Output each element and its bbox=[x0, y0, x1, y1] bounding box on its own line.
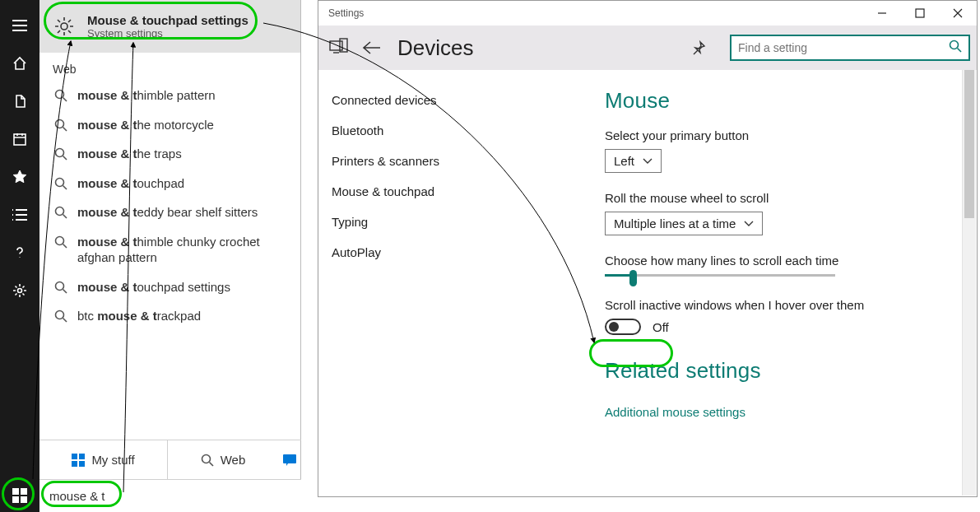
start-bottom-tabs: My stuff Web bbox=[39, 440, 301, 479]
svg-point-7 bbox=[56, 207, 64, 216]
search-icon bbox=[53, 175, 69, 190]
search-icon bbox=[949, 40, 962, 56]
web-suggestion[interactable]: mouse & the traps bbox=[39, 139, 300, 169]
window-titlebar: Settings bbox=[318, 1, 977, 26]
home-icon[interactable] bbox=[0, 44, 39, 82]
svg-rect-18 bbox=[21, 488, 27, 495]
calendar-icon[interactable] bbox=[0, 120, 39, 158]
documents-icon[interactable] bbox=[0, 82, 39, 120]
wheel-scroll-value: Multiple lines at a time bbox=[614, 216, 736, 230]
web-suggestion[interactable]: btc mouse & trackpad bbox=[39, 301, 300, 331]
star-icon[interactable] bbox=[0, 158, 39, 196]
taskbar-search-box[interactable] bbox=[39, 479, 301, 512]
web-suggestion-text: mouse & touchpad bbox=[77, 175, 184, 192]
tab-web[interactable]: Web bbox=[168, 440, 278, 479]
additional-mouse-settings-link[interactable]: Additional mouse settings bbox=[605, 405, 745, 419]
scrollbar[interactable] bbox=[962, 70, 976, 496]
settings-nav-item[interactable]: Printers & scanners bbox=[327, 146, 569, 176]
window-title: Settings bbox=[318, 7, 364, 19]
settings-nav-item[interactable]: Connected devices bbox=[327, 85, 569, 115]
svg-point-5 bbox=[56, 149, 64, 157]
start-search-panel: Mouse & touchpad settings System setting… bbox=[39, 0, 301, 479]
scrollbar-thumb[interactable] bbox=[964, 70, 974, 218]
maximize-button[interactable] bbox=[901, 1, 939, 26]
gear-icon bbox=[53, 15, 76, 38]
section-heading-related: Related settings bbox=[605, 358, 955, 384]
settings-search-box[interactable] bbox=[730, 35, 970, 61]
list-icon[interactable] bbox=[0, 196, 39, 234]
web-suggestion[interactable]: mouse & touchpad settings bbox=[39, 272, 300, 302]
pin-icon[interactable] bbox=[690, 40, 707, 56]
settings-toolbar: Devices bbox=[318, 26, 977, 70]
primary-button-value: Left bbox=[614, 154, 634, 168]
page-title: Devices bbox=[397, 35, 473, 61]
help-icon[interactable] bbox=[0, 234, 39, 272]
tab-my-stuff[interactable]: My stuff bbox=[39, 440, 168, 479]
best-match-texts: Mouse & touchpad settings System setting… bbox=[87, 13, 248, 40]
primary-button-dropdown[interactable]: Left bbox=[605, 149, 662, 173]
search-icon bbox=[53, 87, 69, 102]
wheel-scroll-dropdown[interactable]: Multiple lines at a time bbox=[605, 212, 763, 235]
svg-rect-19 bbox=[12, 496, 19, 503]
web-suggestion-text: mouse & touchpad settings bbox=[77, 279, 230, 296]
svg-rect-0 bbox=[14, 134, 26, 145]
start-button[interactable] bbox=[0, 479, 39, 512]
svg-rect-20 bbox=[21, 496, 27, 503]
settings-nav-item[interactable]: AutoPlay bbox=[327, 237, 569, 268]
web-suggestions-header: Web bbox=[39, 53, 300, 81]
settings-search-input[interactable] bbox=[738, 41, 949, 54]
svg-point-24 bbox=[950, 41, 959, 49]
lines-scroll-slider[interactable] bbox=[605, 274, 835, 277]
svg-point-6 bbox=[56, 178, 64, 186]
web-suggestion-text: btc mouse & trackpad bbox=[77, 308, 201, 324]
wheel-scroll-label: Roll the mouse wheel to scroll bbox=[605, 191, 955, 205]
web-suggestion[interactable]: mouse & thimble pattern bbox=[39, 81, 300, 110]
search-icon bbox=[53, 234, 69, 249]
close-button[interactable] bbox=[939, 1, 977, 26]
best-match-result[interactable]: Mouse & touchpad settings System setting… bbox=[39, 0, 300, 53]
web-suggestion[interactable]: mouse & teddy bear shelf sitters bbox=[39, 198, 300, 227]
settings-nav-item[interactable]: Mouse & touchpad bbox=[327, 176, 569, 207]
feedback-icon[interactable] bbox=[278, 440, 301, 479]
settings-nav: Connected devicesBluetoothPrinters & sca… bbox=[318, 70, 577, 496]
section-heading-mouse: Mouse bbox=[605, 88, 955, 114]
tab-web-label: Web bbox=[221, 453, 246, 467]
search-icon bbox=[53, 308, 69, 323]
minimize-button[interactable] bbox=[863, 1, 901, 26]
svg-point-10 bbox=[56, 311, 64, 319]
taskbar-search-input[interactable] bbox=[49, 489, 291, 503]
svg-rect-12 bbox=[79, 454, 85, 459]
svg-point-4 bbox=[56, 119, 64, 128]
tab-my-stuff-label: My stuff bbox=[91, 453, 134, 467]
start-sidebar bbox=[0, 0, 39, 512]
hamburger-icon[interactable] bbox=[0, 7, 39, 44]
lines-scroll-label: Choose how many lines to scroll each tim… bbox=[605, 254, 955, 268]
search-icon bbox=[201, 454, 214, 467]
settings-nav-item[interactable]: Typing bbox=[327, 207, 569, 237]
web-suggestion[interactable]: mouse & touchpad bbox=[39, 169, 300, 198]
svg-point-9 bbox=[56, 282, 64, 290]
web-suggestion-text: mouse & thimble chunky crochet afghan pa… bbox=[77, 234, 289, 266]
web-suggestion-text: mouse & thimble pattern bbox=[77, 87, 216, 104]
primary-button-label: Select your primary button bbox=[605, 128, 955, 142]
web-suggestion[interactable]: mouse & thimble chunky crochet afghan pa… bbox=[39, 227, 300, 272]
inactive-scroll-toggle[interactable]: Off bbox=[605, 319, 955, 335]
svg-rect-16 bbox=[283, 454, 296, 463]
svg-rect-21 bbox=[916, 9, 924, 17]
settings-nav-item[interactable]: Bluetooth bbox=[327, 115, 569, 146]
web-suggestion-text: mouse & teddy bear shelf sitters bbox=[77, 204, 258, 221]
svg-rect-11 bbox=[72, 454, 77, 459]
web-suggestion[interactable]: mouse & the motorcycle bbox=[39, 110, 300, 140]
chevron-down-icon bbox=[643, 158, 653, 165]
settings-window: Settings Devices Connected devicesBlueto… bbox=[318, 0, 978, 497]
svg-point-8 bbox=[56, 236, 64, 244]
svg-point-3 bbox=[56, 91, 64, 99]
svg-rect-17 bbox=[12, 488, 19, 495]
settings-icon[interactable] bbox=[0, 272, 39, 310]
toggle-track bbox=[605, 319, 641, 335]
devices-icon bbox=[328, 37, 350, 58]
back-button[interactable] bbox=[361, 40, 383, 56]
svg-rect-22 bbox=[330, 41, 342, 50]
search-icon bbox=[53, 117, 69, 132]
svg-point-15 bbox=[202, 454, 210, 463]
